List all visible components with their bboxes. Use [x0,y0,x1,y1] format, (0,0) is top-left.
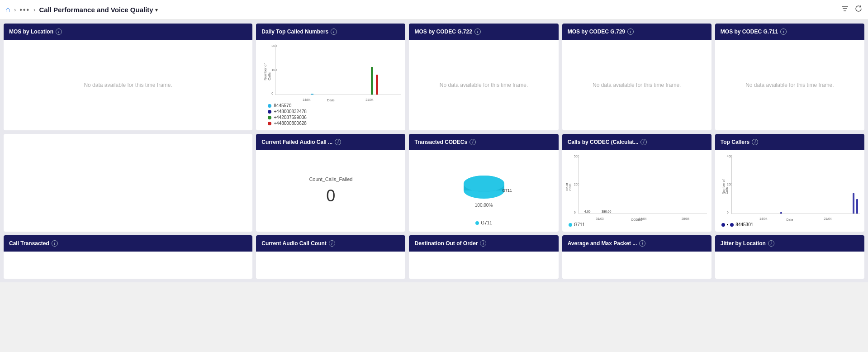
avg-max-info-icon[interactable]: i [639,240,645,247]
pie-chart-svg: G711 [455,166,513,206]
bar-3 [376,75,378,95]
calls-codec-legend-dot [569,223,572,227]
x-date-1404: 14/04 [303,98,311,101]
breadcrumb-dots[interactable]: ••• [19,6,30,14]
calls-codec-chart: No ofCalls 500 250 0 4.00 3 [565,153,709,220]
top-callers-title: Top Callers [721,139,749,145]
pie-percent-value: 100.00% [475,203,493,208]
legend-label-3: +442087599036 [274,115,307,120]
card-header-top-callers: Top Callers i [715,134,864,150]
transacted-info-icon[interactable]: i [470,139,476,145]
row-top: MOS by Location i No data available for … [4,24,864,130]
topbar-actions [841,5,863,15]
mos-location-lower-body [4,134,252,232]
calls-codec-bars: 4.00 380.00 [579,155,707,214]
mos-729-body: No data available for this time frame. [562,40,711,130]
mos-729-no-data: No data available for this time frame. [593,82,681,88]
transacted-legend-dot [475,221,479,225]
card-calls-by-codec: Calls by CODEC (Calculat... i No ofCalls… [562,134,711,232]
mos-722-info-icon[interactable]: i [474,29,481,35]
chart-legend: 8445570 +448000832478 +442087599036 +448… [259,101,403,128]
codec-bar-group-1: 4.00 [583,210,593,214]
card-bottom-header-call-transacted: Call Transacted i [4,235,252,252]
audio-count-info-icon[interactable]: i [329,240,335,247]
topbar: ⌂ › ••• › Call Performance and Voice Qua… [0,0,868,20]
legend-label-1: 8445570 [274,103,291,108]
mos-location-body: No data available for this time frame. [4,40,252,130]
svg-point-6 [464,176,504,192]
mos-711-info-icon[interactable]: i [780,29,787,35]
card-header-calls-codec: Calls by CODEC (Calculat... i [562,134,711,150]
daily-top-info-icon[interactable]: i [331,29,337,35]
tc-x-label: Date [786,218,793,221]
call-transacted-title: Call Transacted [9,240,49,247]
card-header-mos-729: MOS by CODEC G.729 i [562,24,711,40]
calls-codec-legend: G711 [565,220,709,229]
bar-label-380: 380.00 [602,210,611,213]
top-callers-info-icon[interactable]: i [752,139,758,145]
daily-top-body: Number ofCalls 200 100 0 [256,40,405,130]
dest-out-info-icon[interactable]: i [480,240,486,247]
refresh-button[interactable] [854,5,863,15]
card-bottom-header-audio-count: Current Audio Call Count i [256,235,405,252]
page-title: Call Performance and Voice Quality [39,6,153,14]
card-mos-codec-729: MOS by CODEC G.729 i No data available f… [562,24,711,130]
legend-dot-4 [268,122,271,125]
dashboard: MOS by Location i No data available for … [0,20,868,282]
mos-711-body: No data available for this time frame. [715,40,864,130]
tc-x-date-1404: 14/04 [759,217,768,220]
calls-codec-info-icon[interactable]: i [640,139,647,145]
failed-audio-title: Current Failed Audio Call ... [261,139,332,145]
tc-legend-dot [721,223,725,227]
call-transacted-info-icon[interactable]: i [52,240,58,247]
mos-711-title: MOS by CODEC G.711 [721,29,778,35]
avg-max-title: Average and Max Packet ... [568,240,637,247]
codec-bar-group-2: 380.00 [602,210,612,214]
calls-codec-y-label: No ofCalls [565,183,572,190]
card-header-daily-top: Daily Top Called Numbers i [256,24,405,40]
failed-audio-info-icon[interactable]: i [335,139,341,145]
transacted-legend-label: G711 [481,220,492,225]
dest-out-title: Destination Out of Order [414,240,478,247]
x-dates: 14/04 21/04 [275,98,401,101]
x-date-3103: 31/03 [596,217,604,220]
top-callers-legend: • 8445301 [718,220,862,229]
mos-711-no-data: No data available for this time frame. [745,82,834,88]
filter-button[interactable] [841,5,849,14]
legend-item-4: +448000800628 [268,121,399,126]
jitter-info-icon[interactable]: i [768,240,774,247]
jitter-body [715,252,864,279]
card-header-mos-location: MOS by Location i [4,24,252,40]
bar-label-4: 4.00 [584,210,591,213]
legend-item-3: +442087599036 [268,115,399,120]
calls-codec-x-label: CODEC [631,218,642,221]
row-middle: Current Failed Audio Call ... i Count_Ca… [4,134,864,232]
home-icon[interactable]: ⌂ [5,5,10,14]
legend-item-2: +448000832478 [268,109,399,114]
tc-bar-2 [853,193,854,214]
tc-x-date-2104: 21/04 [824,217,832,220]
tc-legend-dot2 [730,223,734,227]
avg-max-body [562,252,711,279]
count-value: 0 [326,186,335,205]
dest-out-body [409,252,558,279]
title-dropdown-arrow[interactable]: ▾ [155,7,158,13]
daily-top-y-label: Number ofCalls [263,63,271,80]
mos-location-no-data: No data available for this time frame. [84,82,172,88]
card-bottom-audio-count: Current Audio Call Count i [256,235,405,279]
jitter-title: Jitter by Location [721,240,766,247]
tc-bar-1 [780,212,782,214]
card-failed-audio: Current Failed Audio Call ... i Count_Ca… [256,134,405,232]
tc-legend-label2: 8445301 [735,222,753,227]
bars-area [275,44,401,95]
call-transacted-body [4,252,252,279]
top-callers-x-dates: 14/04 21/04 [731,217,860,220]
count-display: Count_Calls_Failed 0 [309,176,352,205]
card-bottom-jitter: Jitter by Location i [715,235,864,279]
mos-729-info-icon[interactable]: i [627,29,634,35]
card-bottom-avg-max-packet: Average and Max Packet ... i [562,235,711,279]
mos-location-info-icon[interactable]: i [56,29,62,35]
daily-top-title: Daily Top Called Numbers [261,29,328,35]
top-callers-body: Number ofCalls 400 200 0 14/04 [715,150,864,232]
card-header-mos-722: MOS by CODEC G.722 i [409,24,558,40]
